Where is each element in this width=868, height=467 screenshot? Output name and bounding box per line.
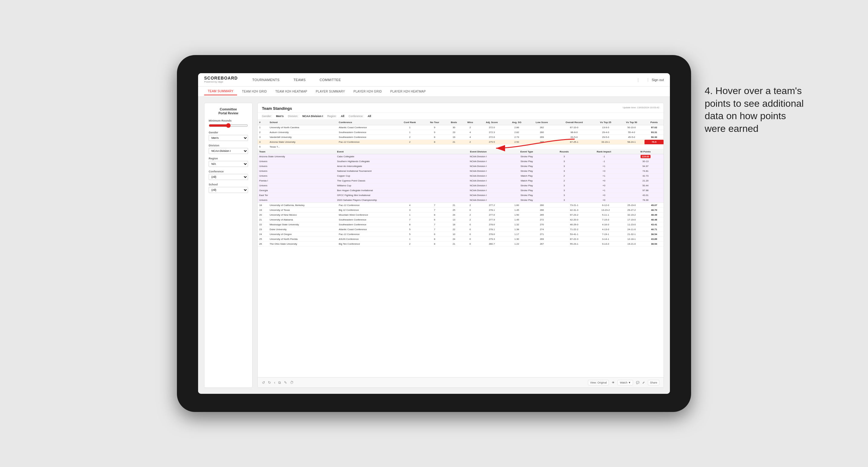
tablet-screen: SCOREBOARD Powered by clippi TOURNAMENTS… bbox=[198, 73, 670, 394]
copy-icon[interactable]: ⧉ bbox=[278, 380, 281, 385]
gender-filter-value: Men's bbox=[276, 115, 284, 118]
content-panel: Team Standings Update time: 13/03/2024 1… bbox=[257, 103, 664, 388]
tab-player-h2h-grid[interactable]: PLAYER H2H GRID bbox=[350, 88, 385, 95]
panel-title: Team Standings bbox=[262, 106, 292, 111]
table-row[interactable]: 1 University of North Carolina Atlantic … bbox=[258, 125, 663, 130]
sidebar-subtitle: Portal Review bbox=[209, 112, 248, 115]
bottom-toolbar: ↺ ↻ ‹ ⧉ ✎ ⏱ View: Original 👁 Watch ▼ 💬 ⤢… bbox=[258, 377, 663, 387]
table-row[interactable]: 2 Auburn University Southeastern Confere… bbox=[258, 130, 663, 135]
view-original-button[interactable]: View: Original bbox=[588, 380, 609, 385]
redo-icon[interactable]: ↻ bbox=[268, 380, 271, 385]
table-row[interactable]: 19 University of Texas Big 12 Conference… bbox=[258, 208, 663, 213]
table-row[interactable]: Team Event Event Division Event Type Rou… bbox=[258, 149, 663, 203]
edit-icon[interactable]: ✎ bbox=[284, 380, 287, 385]
back-icon[interactable]: ‹ bbox=[274, 380, 275, 385]
region-select[interactable]: N/A bbox=[209, 161, 248, 167]
division-filter-value: NCAA Division I bbox=[303, 115, 323, 118]
table-row[interactable]: 26 The Ohio State University Big Ten Con… bbox=[258, 242, 663, 247]
standings-table: # School Conference Conf Rank No Tour Bn… bbox=[258, 120, 663, 247]
table-row-highlight[interactable]: 4 Arizona State University Pac-12 Confer… bbox=[258, 140, 663, 145]
table-row[interactable]: 23 Duke University Atlantic Coast Confer… bbox=[258, 227, 663, 232]
col-wins: Wins bbox=[462, 120, 478, 125]
watch-button[interactable]: Watch ▼ bbox=[618, 380, 633, 385]
nav-committee[interactable]: COMMITTEE bbox=[317, 77, 344, 83]
table-row[interactable]: 3 Vanderbilt University Southeastern Con… bbox=[258, 135, 663, 140]
logo-text: SCOREBOARD bbox=[204, 76, 238, 81]
clock-icon[interactable]: ⏱ bbox=[290, 380, 294, 385]
annotation-text: 4. Hover over a team's points to see add… bbox=[705, 85, 807, 135]
region-filter-label: Region: bbox=[327, 115, 337, 118]
sidebar-conference-label: Conference bbox=[209, 170, 248, 173]
sidebar-region-label: Region bbox=[209, 157, 248, 160]
table-row[interactable]: 5 Texas T... bbox=[258, 145, 663, 149]
col-low-score: Low Score bbox=[528, 120, 556, 125]
sidebar-min-rounds-label: Minimum Rounds bbox=[209, 119, 248, 122]
table-row[interactable]: 25 University of North Florida ASUN Conf… bbox=[258, 237, 663, 242]
nav-tournaments[interactable]: TOURNAMENTS bbox=[250, 77, 282, 83]
logo-subtext: Powered by clippi bbox=[204, 81, 238, 84]
sidebar: Committee Portal Review Minimum Rounds G… bbox=[204, 103, 252, 388]
top-nav: SCOREBOARD Powered by clippi TOURNAMENTS… bbox=[198, 73, 670, 87]
tab-player-h2h-heatmap[interactable]: PLAYER H2H HEATMAP bbox=[387, 88, 430, 95]
main-content: Committee Portal Review Minimum Rounds G… bbox=[198, 97, 670, 394]
tab-team-summary[interactable]: TEAM SUMMARY bbox=[204, 88, 237, 95]
conf-filter-label: Conference: bbox=[348, 115, 363, 118]
table-row[interactable]: 24 University of Oregon Pac-12 Conferenc… bbox=[258, 232, 663, 237]
panel-header: Team Standings Update time: 13/03/2024 1… bbox=[258, 103, 663, 113]
division-select[interactable]: NCAA Division I bbox=[209, 148, 248, 154]
min-rounds-slider[interactable] bbox=[209, 123, 248, 128]
table-row[interactable]: 20 University of New Mexico Mountain Wes… bbox=[258, 213, 663, 217]
col-overall: Overall Record bbox=[556, 120, 592, 125]
col-conf-rank: Conf Rank bbox=[396, 120, 424, 125]
table-container: # School Conference Conf Rank No Tour Bn… bbox=[258, 120, 663, 377]
sidebar-school-label: School bbox=[209, 183, 248, 186]
col-adj-score: Adj. Score bbox=[478, 120, 505, 125]
sign-out-button[interactable]: Sign out bbox=[648, 78, 664, 82]
division-filter-label: Division: bbox=[288, 115, 298, 118]
col-rank: # bbox=[258, 120, 268, 125]
eye-icon: 👁 bbox=[612, 381, 615, 384]
col-avg-sg: Avg. SG bbox=[505, 120, 528, 125]
logo-area: SCOREBOARD Powered by clippi bbox=[204, 76, 238, 83]
nav-teams[interactable]: TEAMS bbox=[291, 77, 308, 83]
tablet-device: SCOREBOARD Powered by clippi TOURNAMENTS… bbox=[177, 55, 691, 412]
sidebar-title: Committee bbox=[209, 107, 248, 111]
col-vs-top50: Vs Top 50 bbox=[619, 120, 645, 125]
undo-icon[interactable]: ↺ bbox=[262, 380, 265, 385]
tab-player-summary[interactable]: PLAYER SUMMARY bbox=[312, 88, 349, 95]
sub-nav: TEAM SUMMARY TEAM H2H GRID TEAM H2H HEAT… bbox=[198, 87, 670, 97]
expand-icon[interactable]: ⤢ bbox=[642, 381, 645, 384]
table-row[interactable]: 18 University of California, Berkeley Pa… bbox=[258, 203, 663, 208]
table-row[interactable]: 21 University of Alabama Southeastern Co… bbox=[258, 217, 663, 222]
conf-filter-value: All bbox=[368, 115, 371, 118]
filter-row: Gender: Men's Division: NCAA Division I … bbox=[258, 113, 663, 120]
table-row[interactable]: 22 Mississippi State University Southeas… bbox=[258, 222, 663, 227]
tab-team-h2h-grid[interactable]: TEAM H2H GRID bbox=[238, 88, 270, 95]
sidebar-gender-label: Gender bbox=[209, 131, 248, 134]
col-school: School bbox=[268, 120, 337, 125]
col-points: Points bbox=[645, 120, 663, 125]
conference-select[interactable]: (All) bbox=[209, 174, 248, 180]
col-vs-top25: Vs Top 25 bbox=[592, 120, 619, 125]
nav-divider: | bbox=[638, 77, 639, 82]
update-time: Update time: 13/03/2024 10:03:42 bbox=[623, 106, 659, 109]
school-select[interactable]: (All) bbox=[209, 187, 248, 193]
col-bnds: Bnds bbox=[446, 120, 462, 125]
gender-filter-label: Gender: bbox=[262, 115, 272, 118]
comment-icon[interactable]: 💬 bbox=[636, 381, 639, 384]
col-no-tour: No Tour bbox=[424, 120, 446, 125]
tab-team-h2h-heatmap[interactable]: TEAM H2H HEATMAP bbox=[272, 88, 311, 95]
region-filter-value: All bbox=[341, 115, 344, 118]
share-button[interactable]: Share bbox=[648, 380, 659, 385]
sidebar-division-label: Division bbox=[209, 144, 248, 147]
col-conference: Conference bbox=[337, 120, 396, 125]
gender-select[interactable]: Men's bbox=[209, 135, 248, 141]
